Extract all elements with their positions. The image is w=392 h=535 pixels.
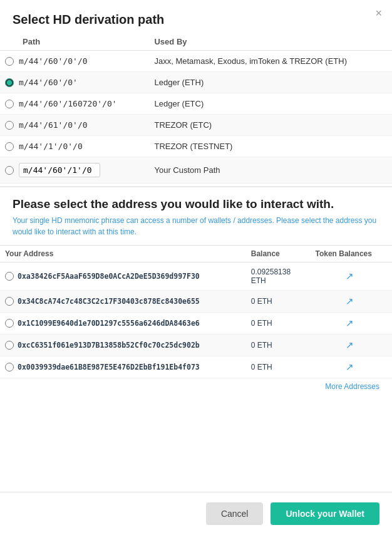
path-row[interactable]: m/44'/60'/160720'/0'Ledger (ETC) [0,93,392,115]
balance-cell: 0 ETH [244,356,308,378]
custom-path-input[interactable] [19,163,100,177]
unlock-wallet-button[interactable]: Unlock your Wallet [271,502,379,525]
more-addresses-link[interactable]: More Addresses [0,378,392,393]
col-path-header: Path [0,33,147,51]
address-text: 0x0039939dae61B8E987E5E476D2EbBf191Eb4f0… [18,363,200,371]
address-radio[interactable] [5,363,14,371]
path-row[interactable]: Your Custom Path [0,157,392,184]
token-balance-cell[interactable]: ↗ [307,262,392,291]
used-by-cell: Jaxx, Metamask, Exodus, imToken & TREZOR… [147,51,392,72]
external-link-icon[interactable]: ↗ [346,318,354,328]
address-cell: 0x1C1099E9640d1e70D1297c5556a6246dDA8463… [0,313,244,335]
path-row[interactable]: m/44'/60'/0'Ledger (ETH) [0,72,392,93]
close-button[interactable]: × [375,8,382,19]
path-text: m/44'/60'/160720'/0' [19,99,117,108]
address-cell: 0x0039939dae61B8E987E5E476D2EbBf191Eb4f0… [0,356,244,378]
address-section-desc: Your single HD mnemonic phrase can acces… [0,215,392,245]
path-row[interactable]: m/44'/60'/0'/0Jaxx, Metamask, Exodus, im… [0,51,392,72]
address-row[interactable]: 0x34C8cA74c7c48C3C2c17F30403c878Ec8430e6… [0,291,392,313]
path-radio[interactable] [5,57,14,66]
path-cell [0,157,147,183]
path-text: m/44'/1'/0'/0 [19,142,83,151]
address-cell: 0xa38426cF5AaaF659D8e0ACcA2DeE5D369d997F… [0,262,244,291]
balance-cell: 0 ETH [244,335,308,356]
address-radio[interactable] [5,297,14,306]
col-used-by-header: Used By [147,33,392,51]
path-text: m/44'/60'/0'/0 [19,56,88,66]
path-cell: m/44'/1'/0'/0 [0,136,147,157]
address-text: 0x1C1099E9640d1e70D1297c5556a6246dDA8463… [18,319,200,328]
balance-cell: 0 ETH [244,291,308,313]
path-cell: m/44'/60'/0' [0,72,147,93]
path-text: m/44'/60'/0' [19,78,78,87]
address-radio[interactable] [5,341,14,350]
address-row[interactable]: 0xa38426cF5AaaF659D8e0ACcA2DeE5D369d997F… [0,262,392,291]
path-row[interactable]: m/44'/1'/0'/0TREZOR (TESTNET) [0,136,392,157]
address-row[interactable]: 0x0039939dae61B8E987E5E476D2EbBf191Eb4f0… [0,356,392,378]
address-section-title: Please select the address you would like… [0,187,392,215]
external-link-icon[interactable]: ↗ [346,296,354,306]
footer: Cancel Unlock your Wallet [0,492,392,535]
path-text: m/44'/61'/0'/0 [19,120,88,130]
used-by-cell: Ledger (ETC) [147,93,392,115]
address-row[interactable]: 0xcC6351f061e913D7B13858b52Cf0c70c25dc90… [0,335,392,356]
used-by-cell: Your Custom Path [147,157,392,184]
address-row[interactable]: 0x1C1099E9640d1e70D1297c5556a6246dDA8463… [0,313,392,335]
col-address-header: Your Address [0,246,244,262]
path-radio[interactable] [5,142,14,151]
path-radio[interactable] [5,78,14,87]
balance-cell: 0.09258138 ETH [244,262,308,291]
path-table: Path Used By m/44'/60'/0'/0Jaxx, Metamas… [0,33,392,184]
path-radio[interactable] [5,121,14,130]
token-balance-cell[interactable]: ↗ [307,356,392,378]
address-text: 0x34C8cA74c7c48C3C2c17F30403c878Ec8430e6… [18,297,200,306]
col-balance-header: Balance [244,246,308,262]
modal: × Select HD derivation path Path Used By… [0,0,392,535]
used-by-cell: TREZOR (TESTNET) [147,136,392,157]
address-cell: 0x34C8cA74c7c48C3C2c17F30403c878Ec8430e6… [0,291,244,313]
address-cell: 0xcC6351f061e913D7B13858b52Cf0c70c25dc90… [0,335,244,356]
used-by-cell: TREZOR (ETC) [147,115,392,136]
token-balance-cell[interactable]: ↗ [307,313,392,335]
address-radio[interactable] [5,272,14,281]
balance-cell: 0 ETH [244,313,308,335]
external-link-icon[interactable]: ↗ [346,361,354,372]
cancel-button[interactable]: Cancel [206,502,264,525]
section-title: Select HD derivation path [0,0,392,33]
token-balance-cell[interactable]: ↗ [307,335,392,356]
address-text: 0xcC6351f061e913D7B13858b52Cf0c70c25dc90… [18,341,200,350]
path-cell: m/44'/60'/0'/0 [0,51,147,71]
path-row[interactable]: m/44'/61'/0'/0TREZOR (ETC) [0,115,392,136]
path-cell: m/44'/60'/160720'/0' [0,93,147,114]
path-radio[interactable] [5,166,14,175]
address-radio[interactable] [5,319,14,328]
external-link-icon[interactable]: ↗ [346,271,354,281]
address-text: 0xa38426cF5AaaF659D8e0ACcA2DeE5D369d997F… [18,272,200,281]
path-cell: m/44'/61'/0'/0 [0,115,147,135]
address-table: Your Address Balance Token Balances 0xa3… [0,245,392,378]
col-token-header: Token Balances [307,246,392,262]
token-balance-cell[interactable]: ↗ [307,291,392,313]
external-link-icon[interactable]: ↗ [346,340,354,350]
used-by-cell: Ledger (ETH) [147,72,392,93]
path-radio[interactable] [5,100,14,108]
